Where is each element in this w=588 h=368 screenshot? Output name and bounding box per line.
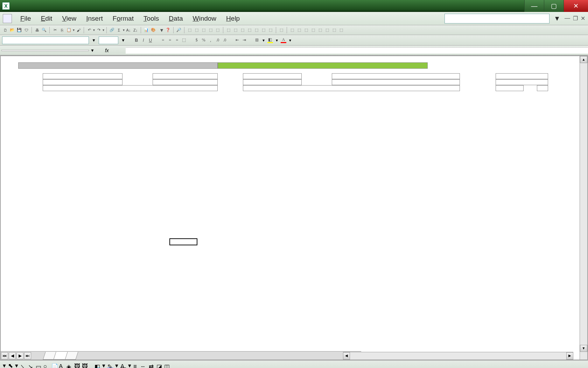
comma-icon[interactable]: , — [208, 38, 214, 43]
font-size-selector[interactable] — [99, 36, 118, 44]
misc-icon[interactable]: ⬚ — [239, 27, 246, 33]
input-fmea-date[interactable] — [496, 85, 524, 91]
picture-icon[interactable]: 🖼 — [82, 363, 88, 368]
print-icon[interactable]: 🖶 — [34, 27, 40, 33]
merge-center-icon[interactable]: ⬚ — [181, 38, 187, 43]
percent-icon[interactable]: % — [201, 38, 206, 43]
sort-desc-icon[interactable]: Z↓ — [132, 27, 139, 33]
font-selector[interactable] — [2, 36, 89, 44]
increase-decimal-icon[interactable]: .0 — [215, 38, 220, 43]
sheet-tab-fmea-cp[interactable] — [53, 352, 68, 360]
font-color-icon[interactable]: A — [281, 38, 286, 43]
help-search-input[interactable] — [444, 14, 550, 23]
size-dropdown-icon[interactable]: ▼ — [120, 38, 127, 43]
misc-icon[interactable]: ⬚ — [310, 27, 316, 33]
drawing-icon[interactable]: 🎨 — [150, 27, 156, 33]
paste-dropdown-icon[interactable]: ▾ — [73, 28, 75, 32]
input-coreteam[interactable] — [43, 85, 218, 91]
misc-icon[interactable]: ⬚ — [324, 27, 330, 33]
menu-window[interactable]: Window — [188, 13, 221, 24]
3d-icon[interactable]: ◫ — [164, 363, 170, 368]
name-box-dropdown-icon[interactable]: ▼ — [90, 48, 94, 53]
fx-icon[interactable]: fx — [105, 48, 109, 53]
wordart-icon[interactable]: A — [59, 363, 64, 368]
misc-icon[interactable]: ⬚ — [253, 27, 260, 33]
column-headers[interactable] — [13, 56, 587, 62]
scroll-right-icon[interactable]: ▶ — [566, 352, 573, 360]
shadow-icon[interactable]: ◪ — [156, 363, 162, 368]
autoshapes-menu[interactable]: ▾ — [15, 362, 18, 368]
oval-icon[interactable]: ○ — [43, 363, 49, 368]
help-icon[interactable]: ❓ — [165, 27, 171, 33]
scroll-down-icon[interactable]: ▼ — [580, 345, 587, 352]
scroll-up-icon[interactable]: ▲ — [580, 56, 587, 63]
misc-icon[interactable]: ⬚ — [338, 27, 344, 33]
input-item[interactable] — [43, 73, 122, 79]
line-icon[interactable]: ＼ — [20, 363, 26, 368]
mdi-restore-button[interactable]: ❐ — [573, 15, 578, 22]
input-item2[interactable] — [243, 73, 302, 79]
arrow-icon[interactable]: ↘ — [28, 363, 34, 368]
borders-icon[interactable]: ⊞ — [254, 38, 260, 43]
underline-icon[interactable]: U — [148, 38, 153, 43]
textbox-icon[interactable]: 📄 — [51, 363, 57, 368]
menu-format[interactable]: Format — [108, 13, 139, 24]
input-rev[interactable] — [537, 85, 548, 91]
misc-icon[interactable]: ⬚ — [246, 27, 253, 33]
misc-icon[interactable]: ⬚ — [331, 27, 337, 33]
misc-icon[interactable]: ⬚ — [215, 27, 221, 33]
new-icon[interactable]: 🗋 — [2, 27, 8, 33]
hyperlink-icon[interactable]: 🔗 — [109, 27, 115, 33]
autosum-icon[interactable]: Σ — [116, 27, 122, 33]
scroll-left-icon[interactable]: ◀ — [343, 352, 350, 360]
cut-icon[interactable]: ✂ — [52, 27, 58, 33]
minimize-button[interactable]: — — [524, 0, 544, 12]
misc-icon[interactable]: ⬚ — [187, 27, 193, 33]
active-cell[interactable] — [169, 238, 197, 245]
input-fmea-num[interactable] — [496, 73, 548, 79]
open-icon[interactable]: 📂 — [9, 27, 15, 33]
menu-edit[interactable]: Edit — [36, 13, 57, 24]
select-objects-icon[interactable]: ⬉ — [8, 362, 13, 368]
misc-icon[interactable]: ⬚ — [201, 27, 207, 33]
misc-icon[interactable]: ⬚ — [317, 27, 323, 33]
help-dropdown-icon[interactable]: ▼ — [554, 15, 560, 22]
draw-menu[interactable]: ▾ — [3, 362, 6, 368]
decrease-indent-icon[interactable]: ⇤ — [234, 38, 240, 43]
name-box[interactable] — [1, 50, 89, 51]
diagram-icon[interactable]: ◈ — [66, 363, 72, 368]
mdi-close-button[interactable]: ✕ — [581, 15, 585, 22]
font-color-icon[interactable]: A — [120, 363, 126, 368]
increase-indent-icon[interactable]: ⇥ — [241, 38, 247, 43]
format-painter-icon[interactable]: 🖌 — [75, 27, 82, 33]
research-icon[interactable]: 🔎 — [176, 27, 182, 33]
align-right-icon[interactable]: ≡ — [174, 38, 180, 43]
tab-nav-prev-icon[interactable]: ◀ — [9, 352, 16, 359]
vertical-scrollbar[interactable]: ▲ ▼ — [580, 56, 587, 360]
bold-icon[interactable]: B — [134, 38, 139, 43]
sort-asc-icon[interactable]: A↓ — [125, 27, 132, 33]
align-center-icon[interactable]: ≡ — [167, 38, 173, 43]
undo-icon[interactable]: ↶ — [86, 27, 92, 33]
align-left-icon[interactable]: ≡ — [160, 38, 166, 43]
menu-data[interactable]: Data — [164, 13, 188, 24]
input-model2[interactable] — [243, 79, 302, 85]
tab-nav-first-icon[interactable]: ⏮ — [1, 352, 8, 359]
paste-icon[interactable]: 📋 — [66, 27, 72, 33]
fill-color-icon[interactable]: ◧ — [267, 38, 273, 43]
italic-icon[interactable]: I — [141, 38, 146, 43]
misc-icon[interactable]: ⬚ — [232, 27, 239, 33]
clipart-icon[interactable]: 🖼 — [74, 363, 80, 368]
print-preview-icon[interactable]: 🔍 — [41, 27, 47, 33]
misc-icon[interactable]: ⬚ — [303, 27, 309, 33]
input-prep[interactable] — [153, 79, 218, 85]
zoom-dropdown-icon[interactable]: ▼ — [159, 27, 164, 33]
rectangle-icon[interactable]: ▭ — [36, 363, 41, 368]
misc-icon[interactable]: ⬚ — [289, 27, 295, 33]
close-button[interactable]: ✕ — [564, 0, 588, 12]
row-headers[interactable] — [1, 62, 13, 360]
horizontal-scrollbar[interactable]: ◀ ▶ — [343, 352, 573, 360]
maximize-button[interactable]: ▢ — [544, 0, 564, 12]
decrease-decimal-icon[interactable]: .0 — [222, 38, 227, 43]
chart-wizard-icon[interactable]: 📊 — [143, 27, 149, 33]
